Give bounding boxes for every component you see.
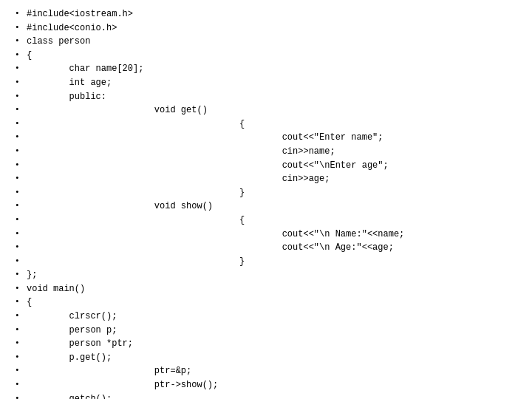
code-line: • cin>>age;	[15, 172, 517, 186]
code-text: clrscr();	[27, 310, 117, 324]
bullet-point: •	[15, 268, 27, 281]
code-text: void show()	[27, 200, 213, 214]
code-text: cout<<"\n Name:"<<name;	[27, 228, 404, 242]
bullet-point: •	[15, 76, 27, 89]
bullet-point: •	[15, 90, 27, 103]
bullet-point: •	[15, 103, 27, 116]
bullet-point: •	[15, 351, 27, 364]
code-text: cin>>age;	[27, 172, 330, 186]
code-text: char name[20];	[27, 62, 143, 76]
code-text: person *ptr;	[27, 337, 133, 351]
code-line: • int age;	[15, 76, 517, 90]
code-text: #include<conio.h>	[27, 21, 117, 35]
code-text: {	[27, 214, 245, 228]
bullet-point: •	[15, 214, 27, 226]
code-line: • char name[20];	[15, 62, 517, 76]
code-line: • }	[15, 186, 517, 200]
bullet-point: •	[15, 337, 27, 349]
code-line: •};	[15, 268, 517, 282]
code-line: • cout<<"Enter name";	[15, 131, 517, 145]
bullet-point: •	[15, 282, 27, 295]
code-line: • ptr=&p;	[15, 364, 517, 378]
code-line: • clrscr();	[15, 310, 517, 324]
bullet-point: •	[15, 296, 27, 308]
bullet-point: •	[15, 145, 27, 157]
bullet-point: •	[15, 49, 27, 61]
code-container: •#include<iostream.h>•#include<conio.h>•…	[0, 0, 532, 399]
code-text: {	[27, 296, 32, 310]
code-line: • }	[15, 255, 517, 269]
code-text: int age;	[27, 76, 112, 90]
code-line: • void show()	[15, 200, 517, 214]
bullet-point: •	[15, 200, 27, 212]
code-text: cout<<"\nEnter age";	[27, 159, 389, 173]
code-text: };	[27, 268, 37, 282]
code-line: • person *ptr;	[15, 337, 517, 351]
code-line: •{	[15, 49, 517, 63]
code-text: ptr->show();	[27, 378, 218, 392]
bullet-point: •	[15, 186, 27, 199]
code-text: }	[27, 255, 245, 269]
code-text: void main()	[27, 282, 85, 296]
bullet-point: •	[15, 324, 27, 336]
code-text: class person	[27, 35, 90, 49]
code-text: cout<<"\n Age:"<<age;	[27, 241, 394, 255]
code-text: person p;	[27, 324, 117, 338]
code-line: • cout<<"\n Name:"<<name;	[15, 228, 517, 242]
code-line: •{	[15, 296, 517, 310]
bullet-point: •	[15, 392, 27, 399]
bullet-point: •	[15, 21, 27, 34]
code-line: •#include<conio.h>	[15, 21, 517, 35]
code-line: • cin>>name;	[15, 145, 517, 159]
bullet-point: •	[15, 255, 27, 267]
code-text: }	[27, 186, 245, 200]
code-line: • public:	[15, 90, 517, 104]
code-text: #include<iostream.h>	[27, 7, 133, 21]
code-text: cout<<"Enter name";	[27, 131, 383, 145]
code-text: p.get();	[27, 351, 112, 365]
code-line: • p.get();	[15, 351, 517, 365]
code-line: • {	[15, 214, 517, 228]
bullet-point: •	[15, 364, 27, 377]
bullet-point: •	[15, 310, 27, 322]
code-line: • {	[15, 117, 517, 132]
code-line: • cout<<"\n Age:"<<age;	[15, 241, 517, 255]
code-line: • getch();	[15, 392, 517, 399]
code-text: void get()	[27, 103, 208, 117]
bullet-point: •	[15, 131, 27, 143]
code-line: •#include<iostream.h>	[15, 7, 517, 21]
bullet-point: •	[15, 241, 27, 253]
code-line: • person p;	[15, 324, 517, 338]
bullet-point: •	[15, 62, 27, 75]
bullet-point: •	[15, 7, 27, 20]
bullet-point: •	[15, 378, 27, 391]
code-text: cin>>name;	[27, 145, 335, 159]
code-text: {	[27, 117, 245, 132]
code-line: •class person	[15, 35, 517, 49]
bullet-point: •	[15, 172, 27, 185]
bullet-point: •	[15, 35, 27, 47]
code-line: • void get()	[15, 103, 517, 117]
bullet-point: •	[15, 117, 27, 130]
bullet-point: •	[15, 159, 27, 171]
bullet-point: •	[15, 228, 27, 240]
code-text: public:	[27, 90, 106, 104]
code-line: •void main()	[15, 282, 517, 296]
code-text: {	[27, 49, 32, 63]
code-line: • cout<<"\nEnter age";	[15, 159, 517, 173]
code-text: getch();	[27, 392, 112, 399]
code-line: • ptr->show();	[15, 378, 517, 392]
code-text: ptr=&p;	[27, 364, 191, 378]
